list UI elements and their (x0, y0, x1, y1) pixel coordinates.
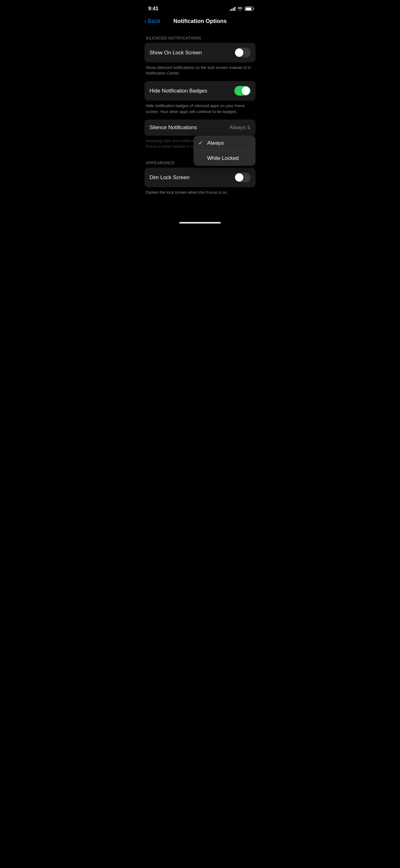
dim-lock-screen-toggle[interactable] (234, 173, 251, 182)
hide-notification-badges-row: Hide Notification Badges (144, 81, 256, 101)
wifi-icon (237, 6, 243, 11)
battery-icon (245, 6, 254, 11)
silence-notifications-value[interactable]: Always ⇅ (229, 124, 251, 131)
page-title: Notification Options (173, 18, 227, 25)
content: SILENCED NOTIFICATIONS Show On Lock Scre… (139, 30, 261, 213)
toggle-thumb (235, 49, 243, 57)
home-indicator (179, 222, 221, 223)
dropdown-option-always[interactable]: ✓ Always (194, 136, 256, 151)
back-label: Back (148, 18, 160, 25)
signal-icon (230, 6, 235, 11)
show-on-lock-screen-row: Show On Lock Screen (144, 43, 256, 62)
hide-notification-badges-label: Hide Notification Badges (149, 88, 207, 94)
silence-notifications-row[interactable]: Silence Notifications Always ⇅ ✓ Always … (144, 120, 256, 136)
status-bar: 9:41 (139, 0, 261, 16)
silence-notifications-dropdown[interactable]: ✓ Always ✓ While Locked (194, 136, 256, 166)
dropdown-option-always-label: Always (207, 140, 224, 146)
silence-notifications-selected-value: Always (229, 124, 246, 131)
show-on-lock-screen-footer: Show silenced notifications on the lock … (139, 62, 261, 81)
silenced-notifications-section: SILENCED NOTIFICATIONS Show On Lock Scre… (139, 36, 261, 154)
status-icons (230, 6, 254, 11)
dim-lock-screen-footer: Darken the lock screen when this Focus i… (139, 187, 261, 200)
hide-notification-badges-toggle[interactable] (234, 86, 251, 96)
appearance-section: APPEARANCE Dim Lock Screen Darken the lo… (139, 160, 261, 200)
silenced-notifications-header: SILENCED NOTIFICATIONS (139, 36, 261, 43)
show-on-lock-screen-label: Show On Lock Screen (149, 50, 202, 56)
dropdown-option-while-locked[interactable]: ✓ While Locked (194, 151, 256, 166)
back-chevron-icon: ‹ (144, 18, 147, 25)
hide-notification-badges-footer: Hide notification badges of silenced app… (139, 101, 261, 119)
chevron-updown-icon: ⇅ (247, 125, 251, 130)
back-button[interactable]: ‹ Back (144, 18, 160, 25)
nav-bar: ‹ Back Notification Options (139, 16, 261, 30)
dropdown-option-while-locked-label: While Locked (207, 155, 239, 161)
checkmark-icon: ✓ (198, 140, 203, 146)
dim-lock-screen-label: Dim Lock Screen (149, 175, 190, 181)
dim-lock-screen-row: Dim Lock Screen (144, 168, 256, 187)
status-time: 9:41 (148, 6, 159, 12)
silence-notifications-label: Silence Notifications (149, 124, 197, 131)
toggle-thumb-2 (241, 87, 250, 95)
show-on-lock-screen-toggle[interactable] (234, 48, 251, 57)
toggle-thumb-3 (235, 173, 243, 182)
